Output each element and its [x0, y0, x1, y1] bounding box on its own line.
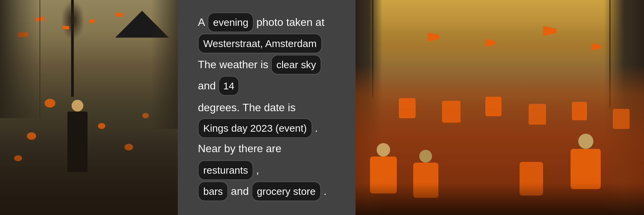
center-panel: A evening photo taken at Westerstraat, A…: [178, 0, 356, 215]
building-left: [0, 0, 40, 118]
orange-flag: [115, 12, 123, 17]
text-and-2: and: [231, 182, 249, 200]
left-photo: [0, 0, 178, 215]
line-3: The weather is clear sky: [198, 55, 335, 75]
building-right: [151, 0, 178, 129]
crowd-orange: [142, 113, 149, 118]
line-6a: Near by there are resturants ,: [198, 139, 335, 180]
tree-decoration: [71, 0, 74, 97]
person-orange-3: [485, 97, 501, 116]
person-orange-6: [613, 109, 630, 129]
text-a: A: [198, 13, 205, 31]
text-comma: ,: [256, 161, 259, 179]
pill-grocery: grocery store: [252, 181, 321, 201]
orange-flag: [89, 19, 95, 23]
text-period-1: .: [315, 119, 318, 137]
pill-bars: bars: [198, 181, 228, 201]
line-6b: bars and grocery store .: [198, 181, 335, 201]
text-and: and: [198, 77, 216, 95]
text-nearby: Near by there are: [198, 139, 281, 158]
text-weather: The weather is: [198, 55, 268, 74]
person-orange-5: [572, 102, 587, 120]
person-orange-2: [442, 101, 461, 123]
head-1: [377, 143, 390, 157]
person-head: [72, 100, 84, 112]
head-2: [419, 150, 432, 163]
pill-weather: clear sky: [271, 55, 321, 75]
orange-flag: [62, 26, 69, 30]
crowd-orange: [98, 123, 105, 129]
head-3: [578, 134, 593, 149]
crowd-overlay: [0, 129, 178, 215]
sky: [356, 0, 644, 64]
line-4: and 14 degrees. The date is: [198, 76, 335, 117]
pill-location: Westerstraat, Amsterdam: [198, 34, 322, 53]
line-5: Kings day 2023 (event) .: [198, 118, 335, 138]
line-1: A evening photo taken at: [198, 12, 335, 32]
right-photo: [356, 0, 644, 215]
bottom-shadow: [356, 183, 644, 215]
text-period-2: .: [324, 182, 327, 200]
person-orange-1: [399, 98, 416, 118]
pill-restaurants: resturants: [198, 160, 253, 180]
text-photo-taken: photo taken at: [256, 13, 324, 31]
crowd-orange: [45, 99, 55, 108]
pill-temperature: 14: [218, 76, 239, 96]
pill-date: Kings day 2023 (event): [198, 118, 312, 138]
person-orange-4: [529, 104, 546, 125]
text-degrees-date: degrees. The date is: [198, 98, 296, 117]
pill-evening: evening: [208, 12, 254, 32]
line-2: Westerstraat, Amsterdam: [198, 34, 335, 53]
description-text: A evening photo taken at Westerstraat, A…: [198, 12, 335, 203]
